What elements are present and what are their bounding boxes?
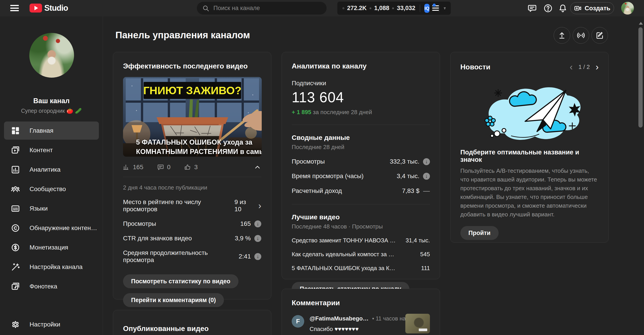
audio-library-icon xyxy=(11,282,20,291)
metric-value: 2:41 xyxy=(239,253,251,260)
sidebar-item-label: Языки xyxy=(30,205,48,212)
search-icon xyxy=(202,5,209,12)
top-video-views: 545 xyxy=(420,251,430,258)
community-icon xyxy=(11,184,20,194)
metric-value: 165 xyxy=(240,220,251,227)
sidebar-item-content[interactable]: Контент xyxy=(0,140,103,160)
sidebar-item-label: Главная xyxy=(30,127,54,134)
channel-search[interactable] xyxy=(197,2,326,15)
comments-count: 0 xyxy=(167,164,171,171)
latest-video-card: Эффективность последнего видео xyxy=(113,52,271,299)
divider xyxy=(292,125,430,125)
trend-down-icon: ↓ xyxy=(254,220,261,227)
customization-wand-icon xyxy=(11,262,20,272)
extension-stats-pill: 272.2K 1,088 33,032 IQ xyxy=(337,2,451,15)
top-video-row[interactable]: Средство заменит ТОННУ НАВОЗА в октябре!… xyxy=(292,237,430,244)
sidebar-item-customization[interactable]: Настройка канала xyxy=(0,257,103,277)
create-button[interactable]: Создать xyxy=(570,2,614,14)
target-icon xyxy=(369,5,372,12)
scrollbar-up-arrow[interactable] xyxy=(639,22,643,25)
commenter-handle[interactable]: @FatimaMusabego… xyxy=(310,315,369,322)
sidebar-item-label: Монетизация xyxy=(30,244,68,251)
likes-stat: 3 xyxy=(184,164,198,171)
sidebar-item-settings[interactable]: Настройки xyxy=(0,315,103,334)
metric-value: 9 из 10 xyxy=(234,198,254,213)
go-to-comments-button[interactable]: Перейти к комментариям (0) xyxy=(123,293,224,307)
comment-item[interactable]: F @FatimaMusabego… • 11 часов наз… Спаси… xyxy=(292,315,430,332)
top-bar: Studio 272.2K 1,088 33,032 IQ Создать xyxy=(0,0,644,16)
feedback-bubble-icon[interactable] xyxy=(528,4,537,13)
top-video-row[interactable]: Как сделать идеальный компост за месяц б… xyxy=(292,251,430,258)
summary-label: Время просмотра (часы) xyxy=(292,173,364,180)
upload-video-button[interactable] xyxy=(554,27,570,44)
metric-value: 3,9 % xyxy=(235,235,251,242)
trend-down-icon: ↓ xyxy=(423,158,430,165)
metric-label: Место в рейтинге по числу просмотров xyxy=(123,198,234,213)
news-pager: ‹ 1 / 2 › xyxy=(570,62,598,72)
account-avatar[interactable] xyxy=(621,2,634,15)
metric-row-ranking[interactable]: Место в рейтинге по числу просмотров 9 и… xyxy=(123,198,261,213)
summary-row-revenue[interactable]: Расчетный доход 7,83 $ — xyxy=(292,187,430,195)
trophy-icon[interactable] xyxy=(444,5,446,12)
help-icon[interactable] xyxy=(543,4,553,13)
bar-chart-icon xyxy=(123,164,130,171)
sidebar-item-copyright[interactable]: Обнаружение контен… xyxy=(0,218,103,238)
channel-name: Ваш канал xyxy=(0,97,103,105)
top-video-title: Средство заменит ТОННУ НАВОЗА в октябре! xyxy=(292,237,397,244)
youtube-studio-logo[interactable]: Studio xyxy=(30,3,68,13)
subscribers-label: Подписчики xyxy=(292,80,430,87)
scrollbar-thumb[interactable] xyxy=(638,27,643,128)
notifications-bell-icon[interactable] xyxy=(558,4,568,13)
summary-label: Расчетный доход xyxy=(292,187,342,194)
sidebar-item-dashboard[interactable]: Главная xyxy=(0,121,103,140)
edit-button[interactable] xyxy=(592,27,608,44)
thumbnail-caption-line1: 5 ФАТАЛЬНЫХ ОШИБОК ухода за xyxy=(136,138,252,146)
sidebar-item-label: Сообщество xyxy=(30,186,66,193)
comment-video-thumbnail[interactable] xyxy=(405,314,430,333)
checklist-icon[interactable] xyxy=(432,5,434,11)
top-video-row[interactable]: 5 ФАТАЛЬНЫХ ОШИБОК ухода за КОМНАТН… 111 xyxy=(292,265,430,272)
metric-row-ctr[interactable]: CTR для значков видео 3,9 % ↓ xyxy=(123,235,261,242)
youtube-studio-dashboard: Studio 272.2K 1,088 33,032 IQ Создать xyxy=(0,0,644,335)
channel-avatar[interactable] xyxy=(29,33,74,78)
page-title: Панель управления каналом xyxy=(116,30,250,41)
sidebar-item-label: Настройки xyxy=(30,321,60,328)
summary-row-views[interactable]: Просмотры 332,3 тыс. ↓ xyxy=(292,158,430,165)
summary-row-watch-time[interactable]: Время просмотра (часы) 3,4 тыс. ↓ xyxy=(292,173,430,180)
metric-label: CTR для значков видео xyxy=(123,235,192,242)
news-card: Новости ‹ 1 / 2 › xyxy=(450,52,609,243)
metric-row-avg-duration[interactable]: Средняя продолжительность просмотра 2:41… xyxy=(123,249,261,264)
news-cta-button[interactable]: Пройти xyxy=(460,226,498,240)
video-stats-button[interactable]: Посмотреть статистику по видео xyxy=(123,274,238,288)
top-videos-title: Лучшие видео xyxy=(292,213,430,221)
published-videos-card: Опубликованные видео xyxy=(113,310,271,335)
hamburger-menu-icon[interactable] xyxy=(10,5,19,11)
sidebar-item-audio-library[interactable]: Фонотека xyxy=(0,277,103,296)
chevron-right-icon[interactable]: › xyxy=(596,62,598,72)
likes-count: 3 xyxy=(194,164,198,171)
metric-row-views[interactable]: Просмотры 165 ↓ xyxy=(123,220,261,227)
sidebar-item-analytics[interactable]: Аналитика xyxy=(0,160,103,179)
commenter-avatar[interactable]: F xyxy=(292,315,304,327)
go-live-button[interactable] xyxy=(573,27,589,44)
top-videos-period: Последние 48 часов · Просмотры xyxy=(292,223,430,230)
views-count: 165 xyxy=(133,164,144,171)
sidebar-nav: Главная Контент Аналитика Сообщество Язы… xyxy=(0,121,103,296)
collapse-chevron-icon[interactable] xyxy=(254,163,261,171)
metric-label: Средняя продолжительность просмотра xyxy=(123,249,239,264)
sidebar-item-monetization[interactable]: Монетизация xyxy=(0,238,103,257)
sidebar-item-subtitles[interactable]: Языки xyxy=(0,199,103,218)
news-illustration xyxy=(469,77,590,142)
upload-icon xyxy=(558,31,566,40)
sidebar-item-send-feedback[interactable]: Отправить отзыв xyxy=(0,334,103,335)
delta-suffix: за последние 28 дней xyxy=(311,109,372,116)
vidiq-icon[interactable]: IQ xyxy=(424,4,429,13)
sidebar-item-community[interactable]: Сообщество xyxy=(0,179,103,199)
video-thumbnail[interactable]: ГНИЮТ ЗАЖИВО? 5 ФАТАЛЬНЫХ ОШИБОК ухода з… xyxy=(123,77,262,157)
notification-dot xyxy=(432,4,436,7)
watch-time-stat: 272.2K xyxy=(347,5,367,12)
chevron-left-icon[interactable]: ‹ xyxy=(570,62,573,72)
search-input[interactable] xyxy=(214,5,321,12)
thumbnail-caption-line2: КОМНАТНЫМИ РАСТЕНИЯМИ в самый… xyxy=(136,148,262,156)
divider xyxy=(292,204,430,204)
